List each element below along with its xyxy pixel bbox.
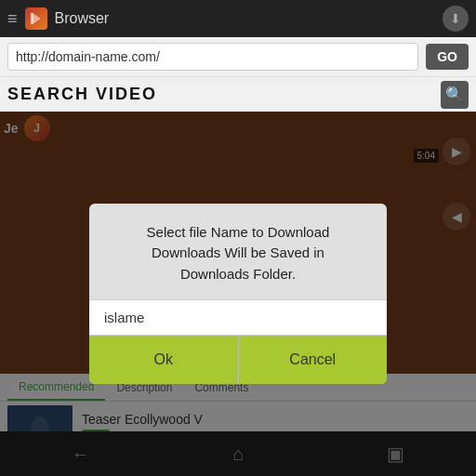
menu-icon[interactable]: ≡ [7, 10, 18, 27]
content-area: ▶ ◀ Je J 5:04 Recommended Description Co… [0, 112, 476, 476]
dialog-filename-input[interactable]: islame [89, 299, 387, 336]
search-button[interactable]: 🔍 [441, 81, 469, 109]
search-bar: SEARCH VIDEO 🔍 [0, 76, 476, 112]
browser-logo [25, 7, 47, 30]
url-input[interactable] [7, 43, 418, 71]
top-bar: ≡ Browser ⬇ [0, 0, 476, 37]
svg-marker-0 [33, 13, 41, 24]
download-dialog: Select file Name to DownloadDownloads Wi… [89, 204, 387, 385]
dialog-buttons: Ok Cancel [89, 336, 387, 384]
dialog-ok-button[interactable]: Ok [89, 336, 239, 384]
url-bar: GO [0, 37, 476, 76]
dialog-title: Select file Name to DownloadDownloads Wi… [89, 204, 387, 300]
search-video-label: SEARCH VIDEO [7, 85, 433, 104]
modal-overlay: Select file Name to DownloadDownloads Wi… [0, 112, 476, 476]
go-button[interactable]: GO [426, 44, 469, 70]
dialog-cancel-button[interactable]: Cancel [239, 336, 388, 384]
browser-title: Browser [55, 10, 435, 27]
download-icon[interactable]: ⬇ [443, 6, 469, 32]
svg-rect-1 [31, 13, 33, 24]
